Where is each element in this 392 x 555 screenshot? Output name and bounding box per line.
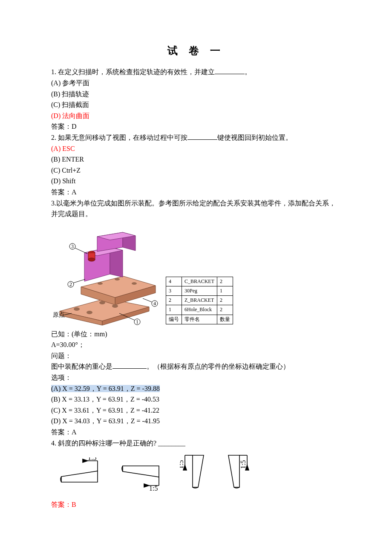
q2-opt-d: (D) Shift xyxy=(51,176,341,187)
q3-options-label: 选项： xyxy=(51,372,341,383)
q4-figures: 1:5 1:5 1:5 1:5 xyxy=(57,451,341,491)
q2-opt-a: (A) ESC xyxy=(51,143,341,154)
q1-opt-d: (D) 法向曲面 xyxy=(51,110,341,121)
q2-prompt: 2. 如果无意间移动了视图，在移动过程中可按键使视图回到初始位置。 xyxy=(51,132,341,143)
table-row: 330Peg1 xyxy=(166,286,233,295)
svg-line-31 xyxy=(143,298,153,303)
svg-text:4: 4 xyxy=(153,301,156,306)
q4-ratio-d: 1:5 xyxy=(239,460,247,469)
q1-opt-b: (B) 扫描轨迹 xyxy=(51,89,341,100)
svg-point-14 xyxy=(88,258,95,261)
q3-blank xyxy=(112,361,147,369)
q1-prompt-after: 。 xyxy=(245,68,251,75)
svg-point-21 xyxy=(132,282,137,285)
page-title: 试 卷 一 xyxy=(51,43,341,59)
svg-point-20 xyxy=(115,278,120,280)
svg-point-15 xyxy=(74,307,80,311)
q3-question: 图中装配体的重心是。（根据标有原点的零件的坐标边框确定重心） xyxy=(51,361,341,372)
q1-blank xyxy=(215,67,245,74)
q3-figure-row: 3 2 1 4 原点 4C_BRACKET2 330Peg1 2Z_BRACKE… xyxy=(51,224,341,326)
svg-text:3: 3 xyxy=(71,243,74,249)
q4-fig-b: 1:5 xyxy=(118,457,165,491)
q3-answer: 答案：A xyxy=(51,427,341,438)
q4-ratio-b: 1:5 xyxy=(149,485,158,491)
q4-ratio-c: 1:5 xyxy=(180,460,184,469)
q2-prompt-after: 键使视图回到初始位置。 xyxy=(217,134,292,141)
q1-opt-a: (A) 参考平面 xyxy=(51,78,341,89)
assembly-diagram: 3 2 1 4 原点 xyxy=(51,224,160,326)
q2-answer: 答案：A xyxy=(51,187,341,198)
table-header: 编号零件名数量 xyxy=(166,315,233,324)
svg-point-16 xyxy=(86,311,92,314)
parts-table: 4C_BRACKET2 330Peg1 2Z_BRACKET2 16Hole_B… xyxy=(166,277,233,324)
q4-fig-d: 1:5 xyxy=(224,451,254,491)
q2-opt-c: (C) Ctrl+Z xyxy=(51,165,341,176)
q3-opt-c: (C) X = 33.61，Y = 63.91，Z = -41.22 xyxy=(51,405,341,416)
q3-opt-d: (D) X = 34.03，Y = 63.91，Z = -41.95 xyxy=(51,416,341,427)
q1-prompt-before: 1. 在定义扫描时，系统检查指定轨迹的有效性，并建立 xyxy=(51,68,215,75)
q4-ratio-a: 1:5 xyxy=(88,457,96,461)
q3-prompt: 3.以毫米为单位完成如图所示装配。参考图所示给定的配合关系安装其他零件，添加配合… xyxy=(51,198,341,220)
q2-blank xyxy=(187,133,217,140)
table-row: 2Z_BRACKET2 xyxy=(166,296,233,305)
svg-point-18 xyxy=(112,304,118,308)
table-row: 4C_BRACKET2 xyxy=(166,277,233,286)
q4-fig-a: 1:5 xyxy=(57,457,104,491)
q3-known: 已知：(单位：mm) xyxy=(51,329,341,340)
q3-opt-a: (A) X = 32.59，Y = 63.91，Z = -39.88 xyxy=(51,383,341,394)
q3-A: A=30.00°； xyxy=(51,339,341,350)
q4-answer: 答案：B xyxy=(51,499,341,510)
svg-text:2: 2 xyxy=(69,281,72,287)
q2-prompt-before: 2. 如果无意间移动了视图，在移动过程中可按 xyxy=(51,134,187,141)
svg-line-22 xyxy=(73,247,87,254)
q1-answer: 答案：D xyxy=(51,121,341,132)
table-row: 16Hole_Block2 xyxy=(166,305,233,315)
origin-label: 原点 xyxy=(53,312,65,318)
q4-prompt: 4. 斜度的四种标注哪一种是正确的? ________ xyxy=(51,438,341,449)
svg-point-17 xyxy=(99,301,105,304)
svg-line-25 xyxy=(72,279,85,283)
q2-opt-b: (B) ENTER xyxy=(51,154,341,165)
q3-opt-b: (B) X = 33.13，Y = 63.91，Z = -40.53 xyxy=(51,394,341,405)
q4-fig-c: 1:5 xyxy=(180,451,210,491)
svg-text:1: 1 xyxy=(136,319,138,325)
q3-question-label: 问题： xyxy=(51,350,341,361)
q1-opt-c: (C) 扫描截面 xyxy=(51,99,341,110)
svg-point-19 xyxy=(98,282,103,285)
q1-prompt: 1. 在定义扫描时，系统检查指定轨迹的有效性，并建立。 xyxy=(51,66,341,78)
